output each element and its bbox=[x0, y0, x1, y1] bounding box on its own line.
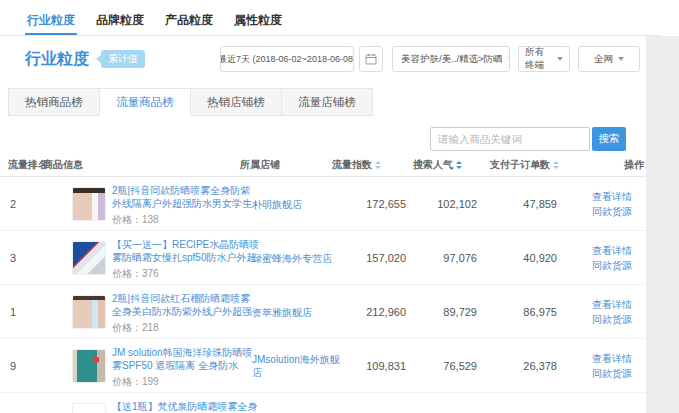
product-name-link[interactable]: JM solution韩国海洋珍珠防晒喷雾SPF50 遮瑕隔离 全身防水180m… bbox=[112, 346, 260, 372]
filter-bar: 最近7天 (2018-06-02~2018-06-08) 美容护肤/美../精选… bbox=[220, 46, 640, 72]
chevron-down-icon bbox=[618, 57, 624, 61]
same-supply-link[interactable]: 同款货源 bbox=[588, 258, 636, 273]
table-row: 1 2瓶|抖音同款红石榴防晒霜喷雾全身美白防水防紫外线户外超强男女 价格：218… bbox=[0, 285, 646, 339]
search-popularity-value: 89,729 bbox=[407, 306, 477, 318]
tab-hot-products[interactable]: 热销商品榜 bbox=[8, 88, 100, 116]
date-range-selector[interactable]: 最近7天 (2018-06-02~2018-06-08) bbox=[220, 46, 354, 72]
chevron-down-icon bbox=[557, 57, 563, 61]
search-popularity-value: 102,102 bbox=[407, 198, 477, 210]
ranking-tabs: 热销商品榜 流量商品榜 热销店铺榜 流量店铺榜 bbox=[8, 88, 373, 116]
page-title: 行业粒度 bbox=[25, 49, 89, 70]
category-dropdown[interactable]: 美容护肤/美../精选>防晒 bbox=[392, 46, 510, 72]
product-price: 价格：199 bbox=[112, 375, 260, 389]
product-info: 【买一送一】RECIPE水晶防晒喷雾防晒霜女慢扎spf50防水户外超强 价格：3… bbox=[112, 238, 260, 281]
chevron-down-icon bbox=[508, 57, 510, 61]
product-thumbnail bbox=[72, 187, 106, 221]
paid-orders-value: 86,975 bbox=[487, 306, 557, 318]
view-detail-link[interactable]: 查看详情 bbox=[588, 243, 636, 258]
col-header-paid-orders[interactable]: 支付子订单数 bbox=[490, 158, 559, 172]
shop-link[interactable]: JMsolution海外旗舰店 bbox=[252, 353, 344, 379]
traffic-index-value: 212,960 bbox=[336, 306, 406, 318]
col-header-shop: 所属店铺 bbox=[240, 158, 280, 172]
col-header-product: 商品信息 bbox=[43, 158, 83, 172]
traffic-index-value: 109,831 bbox=[336, 360, 406, 372]
col-header-paid-orders-label: 支付子订单数 bbox=[490, 158, 550, 172]
same-supply-link[interactable]: 同款货源 bbox=[588, 366, 636, 381]
calendar-button[interactable] bbox=[359, 46, 383, 72]
shop-link[interactable]: 朴明旗舰店 bbox=[252, 197, 344, 210]
search-input[interactable] bbox=[430, 127, 590, 151]
product-price: 价格：218 bbox=[112, 321, 260, 335]
sort-icon bbox=[375, 161, 381, 169]
page-background-strip bbox=[646, 36, 679, 413]
network-dropdown-label: 全网 bbox=[594, 53, 613, 66]
product-info: JM solution韩国海洋珍珠防晒喷雾SPF50 遮瑕隔离 全身防水180m… bbox=[112, 346, 260, 389]
tab-traffic-products[interactable]: 流量商品榜 bbox=[99, 88, 191, 116]
top-nav: 行业粒度 品牌粒度 产品粒度 属性粒度 bbox=[0, 0, 660, 36]
search-button[interactable]: 搜索 bbox=[592, 127, 626, 151]
traffic-index-value: 172,655 bbox=[336, 198, 406, 210]
same-supply-link[interactable]: 同款货源 bbox=[588, 312, 636, 327]
row-actions: 查看详情 同款货源 bbox=[588, 351, 636, 381]
terminal-dropdown[interactable]: 所有终端 bbox=[518, 46, 570, 72]
paid-orders-value: 26,378 bbox=[487, 360, 557, 372]
col-header-traffic-index-label: 流量指数 bbox=[332, 158, 372, 172]
nav-tab-brand[interactable]: 品牌粒度 bbox=[94, 0, 146, 35]
search-popularity-value: 76,529 bbox=[407, 360, 477, 372]
search-bar: 搜索 bbox=[430, 127, 626, 151]
view-detail-link[interactable]: 查看详情 bbox=[588, 351, 636, 366]
col-header-search-popularity[interactable]: 搜索人气 bbox=[413, 158, 462, 172]
sort-icon bbox=[456, 161, 462, 169]
product-info: 【送1瓶】梵优泉防晒霜喷雾全身户外隔 bbox=[112, 400, 260, 413]
product-thumbnail bbox=[72, 403, 106, 413]
nav-tab-industry[interactable]: 行业粒度 bbox=[25, 0, 77, 35]
nav-tab-attribute[interactable]: 属性粒度 bbox=[232, 0, 284, 35]
network-dropdown[interactable]: 全网 bbox=[578, 46, 640, 72]
industry-analytics-page: 行业粒度 品牌粒度 产品粒度 属性粒度 行业粒度 累计值 最近7天 (2018-… bbox=[0, 0, 679, 413]
calendar-icon bbox=[365, 53, 377, 65]
table-row: 【送1瓶】梵优泉防晒霜喷雾全身户外隔 bbox=[0, 393, 646, 413]
rank-value: 1 bbox=[10, 306, 16, 318]
rank-value: 2 bbox=[10, 198, 16, 210]
col-header-rank: 流量排名 bbox=[8, 158, 48, 172]
tab-hot-shops[interactable]: 热销店铺榜 bbox=[190, 88, 282, 116]
title-bar: 行业粒度 累计值 bbox=[25, 46, 145, 72]
product-name-link[interactable]: 【买一送一】RECIPE水晶防晒喷雾防晒霜女慢扎spf50防水户外超强 bbox=[112, 238, 260, 264]
product-price: 价格：138 bbox=[112, 213, 260, 227]
view-detail-link[interactable]: 查看详情 bbox=[588, 189, 636, 204]
product-thumbnail bbox=[72, 295, 106, 329]
product-name-link[interactable]: 2瓶|抖音同款防晒喷雾全身防紫外线隔离户外超强防水男女学生 bbox=[112, 184, 260, 210]
row-actions: 查看详情 同款货源 bbox=[588, 189, 636, 219]
product-info: 2瓶|抖音同款红石榴防晒霜喷雾全身美白防水防紫外线户外超强男女 价格：218 bbox=[112, 292, 260, 335]
product-name-link[interactable]: 【送1瓶】梵优泉防晒霜喷雾全身户外隔 bbox=[112, 400, 260, 413]
product-name-link[interactable]: 2瓶|抖音同款红石榴防晒霜喷雾全身美白防水防紫外线户外超强男女 bbox=[112, 292, 260, 318]
view-detail-link[interactable]: 查看详情 bbox=[588, 297, 636, 312]
shop-link[interactable]: 资萃雅旗舰店 bbox=[252, 305, 344, 318]
nav-tab-product[interactable]: 产品粒度 bbox=[163, 0, 215, 35]
traffic-index-value: 157,020 bbox=[336, 252, 406, 264]
tab-traffic-shops[interactable]: 流量店铺榜 bbox=[281, 88, 373, 116]
row-actions: 查看详情 同款货源 bbox=[588, 297, 636, 327]
rank-value: 9 bbox=[10, 360, 16, 372]
table-row: 2 2瓶|抖音同款防晒喷雾全身防紫外线隔离户外超强防水男女学生 价格：138 朴… bbox=[0, 177, 646, 231]
col-header-search-popularity-label: 搜索人气 bbox=[413, 158, 453, 172]
shop-link[interactable]: 绿蜜蜂海外专营店 bbox=[252, 251, 344, 264]
row-actions: 查看详情 同款货源 bbox=[588, 243, 636, 273]
same-supply-link[interactable]: 同款货源 bbox=[588, 204, 636, 219]
table-row: 9 JM solution韩国海洋珍珠防晒喷雾SPF50 遮瑕隔离 全身防水18… bbox=[0, 339, 646, 393]
col-header-traffic-index[interactable]: 流量指数 bbox=[332, 158, 381, 172]
rank-value: 3 bbox=[10, 252, 16, 264]
table-header: 流量排名 商品信息 所属店铺 流量指数 搜索人气 支付子订单数 操作 bbox=[0, 152, 646, 177]
search-popularity-value: 97,076 bbox=[407, 252, 477, 264]
sort-icon bbox=[553, 161, 559, 169]
table-row: 3 【买一送一】RECIPE水晶防晒喷雾防晒霜女慢扎spf50防水户外超强 价格… bbox=[0, 231, 646, 285]
paid-orders-value: 40,920 bbox=[487, 252, 557, 264]
terminal-dropdown-label: 所有终端 bbox=[525, 46, 552, 72]
stat-type-badge: 累计值 bbox=[101, 50, 145, 68]
product-thumbnail bbox=[72, 241, 106, 275]
product-thumbnail bbox=[72, 349, 106, 383]
col-header-actions: 操作 bbox=[624, 158, 644, 172]
product-info: 2瓶|抖音同款防晒喷雾全身防紫外线隔离户外超强防水男女学生 价格：138 bbox=[112, 184, 260, 227]
category-dropdown-label: 美容护肤/美../精选>防晒 bbox=[401, 53, 503, 66]
product-price: 价格：376 bbox=[112, 267, 260, 281]
